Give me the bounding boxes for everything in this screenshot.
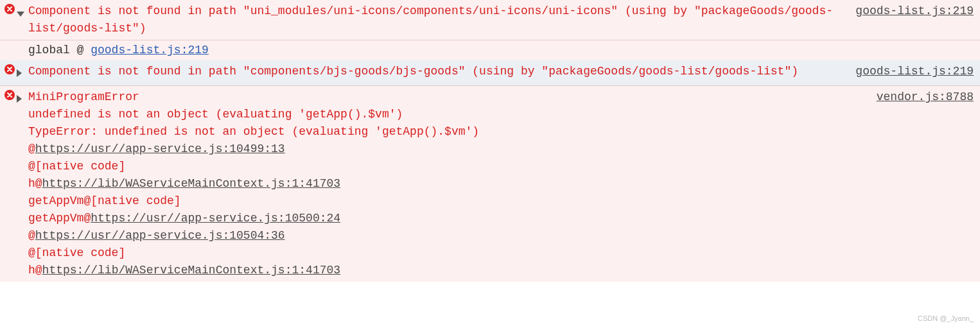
stack-source-link[interactable]: https://usr//app-service.js:10500:24 xyxy=(91,212,340,225)
stack-line: @[native code] xyxy=(28,158,861,175)
error-message: Component is not found in path "componen… xyxy=(28,63,976,80)
error-message: Component is not found in path "uni_modu… xyxy=(28,3,976,37)
chevron-right-icon xyxy=(17,95,22,103)
expand-toggle[interactable] xyxy=(17,63,28,83)
stack-line: h@https://lib/WAServiceMainContext.js:1:… xyxy=(28,175,861,193)
console-error-entry[interactable]: Component is not found in path "componen… xyxy=(0,60,980,86)
trace-source-link[interactable]: goods-list.js:219 xyxy=(91,42,209,59)
stack-line: getAppVm@[native code] xyxy=(28,193,861,210)
source-link[interactable]: goods-list.js:219 xyxy=(855,3,974,20)
stack-line: h@https://lib/WAServiceMainContext.js:1:… xyxy=(28,262,861,279)
error-icon xyxy=(3,3,17,14)
stack-source-link[interactable]: https://lib/WAServiceMainContext.js:1:41… xyxy=(42,264,340,277)
chevron-right-icon xyxy=(17,69,22,77)
source-link[interactable]: vendor.js:8788 xyxy=(877,89,974,106)
stack-line: @https://usr//app-service.js:10504:36 xyxy=(28,227,861,244)
stack-source-link[interactable]: https://usr//app-service.js:10504:36 xyxy=(35,229,285,242)
source-link[interactable]: goods-list.js:219 xyxy=(855,63,974,80)
error-icon xyxy=(3,63,17,74)
watermark: CSDN @_Jyann_ xyxy=(918,313,974,324)
stack-trace-row: global @ goods-list.js:219 xyxy=(0,40,980,60)
expand-toggle[interactable] xyxy=(17,3,28,22)
error-icon xyxy=(3,89,17,100)
console-error-entry[interactable]: Component is not found in path "uni_modu… xyxy=(0,0,980,40)
trace-function-label: global @ xyxy=(28,42,91,59)
stack-source-link[interactable]: https://lib/WAServiceMainContext.js:1:41… xyxy=(42,177,340,190)
stack-line: undefined is not an object (evaluating '… xyxy=(28,106,861,123)
chevron-down-icon xyxy=(17,12,24,17)
stack-line: @[native code] xyxy=(28,244,861,262)
stack-line: getAppVm@https://usr//app-service.js:105… xyxy=(28,210,861,227)
error-title: MiniProgramError xyxy=(28,89,861,106)
console-panel: Component is not found in path "uni_modu… xyxy=(0,0,980,326)
stack-line: TypeError: undefined is not an object (e… xyxy=(28,123,861,141)
stack-line: @https://usr//app-service.js:10499:13 xyxy=(28,141,861,158)
console-error-entry[interactable]: MiniProgramError undefined is not an obj… xyxy=(0,86,980,282)
stack-source-link[interactable]: https://usr//app-service.js:10499:13 xyxy=(35,142,285,155)
expand-toggle[interactable] xyxy=(17,89,28,108)
